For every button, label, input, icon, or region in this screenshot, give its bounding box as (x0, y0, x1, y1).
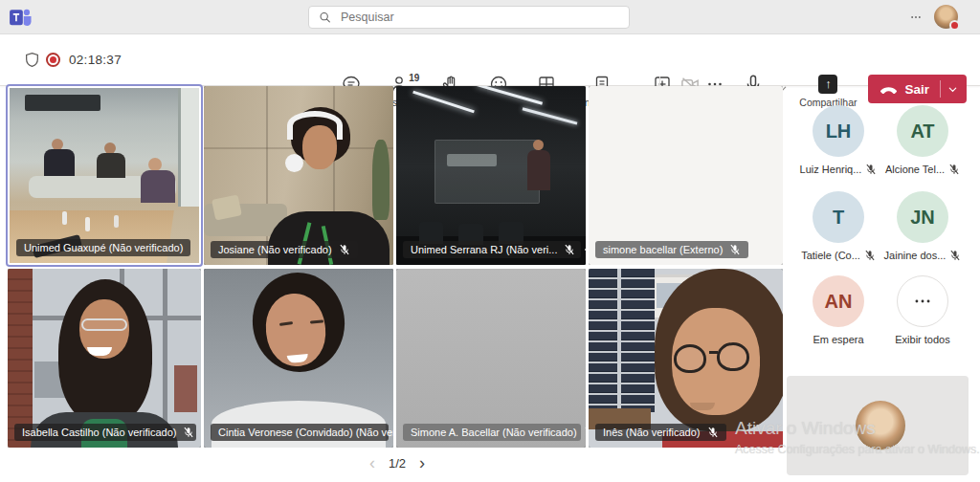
avatar-initials: AT (897, 105, 948, 157)
video-feed (589, 86, 783, 265)
participant-avatar-jainine[interactable]: JN Jainine dos... (877, 191, 969, 261)
mic-off-icon (948, 164, 960, 175)
video-feed (204, 269, 393, 448)
video-tile-ines[interactable]: Inês (Não verificado) (589, 269, 783, 448)
participant-name-label: Inês (Não verificado) (595, 424, 726, 441)
participant-name-label: Unimed Serrana RJ (Não veri... (403, 241, 581, 258)
participant-name-label: Josiane (Não verificado) (211, 241, 358, 258)
participant-name-label: simone bacellar (Externo) (595, 241, 748, 258)
participant-avatar-alcione[interactable]: AT Alcione Tel... (877, 105, 969, 175)
presence-busy-dot (949, 20, 960, 31)
search-icon (319, 11, 331, 24)
participant-avatar-tatiele[interactable]: T Tatiele (Co... (792, 191, 884, 261)
video-feed (204, 86, 393, 265)
participant-name-label: Cintia Veronese (Convidado) (Não ver... (211, 424, 389, 441)
show-all-dots-icon (897, 275, 948, 327)
mic-off-icon (864, 250, 876, 261)
grid-pagination: ‹ 1/2 › (340, 453, 455, 473)
avatar-initials: JN (897, 191, 948, 243)
video-feed (589, 269, 783, 448)
leave-chevron-icon[interactable] (947, 84, 958, 95)
video-tile-unimed-serrana[interactable]: Unimed Serrana RJ (Não veri... (396, 86, 586, 265)
people-count-badge: 19 (409, 73, 419, 83)
mic-off-icon (584, 427, 586, 438)
share-button[interactable]: ↑ Compartilhar (799, 75, 857, 108)
video-tile-isabella-castilho[interactable]: Isabella Castilho (Não verificado) (8, 269, 201, 448)
mic-off-icon (183, 427, 194, 438)
shield-icon (24, 52, 40, 72)
leave-button[interactable]: Sair (868, 75, 967, 103)
search-bar[interactable] (308, 6, 630, 29)
video-tile-simone-bacellar[interactable]: simone bacellar (Externo) (589, 86, 783, 265)
recording-indicator-icon (46, 53, 60, 67)
share-icon: ↑ (818, 75, 837, 94)
video-feed (8, 269, 201, 448)
show-all-participants-button[interactable]: Exibir todos (877, 275, 969, 345)
teams-logo-icon (10, 7, 33, 28)
avatar-initials: LH (813, 105, 864, 157)
video-tile-josiane[interactable]: Josiane (Não verificado) (204, 86, 393, 265)
mic-off-icon (865, 164, 877, 175)
self-view-tile[interactable] (787, 376, 969, 475)
window-more-options-icon[interactable] (907, 10, 930, 25)
page-indicator: 1/2 (389, 456, 406, 471)
teams-meeting-window: 02:18:37 Chat 19 Pessoas Levantar Reagir (0, 0, 980, 482)
video-feed (396, 86, 586, 265)
participant-name-label: Isabella Castilho (Não verificado) (14, 424, 196, 441)
participant-avatar-waiting[interactable]: AN Em espera (792, 275, 884, 345)
video-tile-cintia-veronese[interactable]: Cintia Veronese (Convidado) (Não ver... (204, 269, 393, 448)
next-page-icon[interactable]: › (419, 453, 425, 473)
video-feed (10, 88, 199, 263)
participant-name-label: Simone A. Bacellar (Não verificado) (403, 424, 581, 441)
meeting-timer: 02:18:37 (69, 53, 122, 67)
hang-up-icon (880, 83, 898, 95)
previous-page-icon[interactable]: ‹ (369, 453, 375, 473)
user-avatar[interactable] (934, 5, 958, 29)
participant-name-label: Unimed Guaxupé (Não verificado) (16, 239, 190, 256)
avatar-initials: AN (813, 275, 864, 327)
video-tile-unimed-guaxupe[interactable]: Unimed Guaxupé (Não verificado) (8, 86, 201, 265)
mic-off-icon (564, 244, 575, 255)
mic-off-icon (949, 250, 961, 261)
self-profile-photo (856, 401, 905, 450)
avatar-initials: T (813, 191, 864, 243)
tile-more-options-icon[interactable] (582, 244, 586, 255)
video-feed (396, 269, 586, 448)
meeting-toolbar: 02:18:37 Chat 19 Pessoas Levantar Reagir (0, 34, 980, 86)
participant-avatar-luiz-henrique[interactable]: LH Luiz Henriq... (792, 105, 884, 175)
mic-off-icon (707, 427, 719, 438)
app-top-bar (0, 0, 980, 34)
mic-off-icon (339, 244, 350, 255)
video-tile-simone-a-bacellar[interactable]: Simone A. Bacellar (Não verificado) (396, 269, 586, 448)
search-input[interactable] (341, 11, 619, 24)
mic-off-icon (729, 244, 741, 255)
